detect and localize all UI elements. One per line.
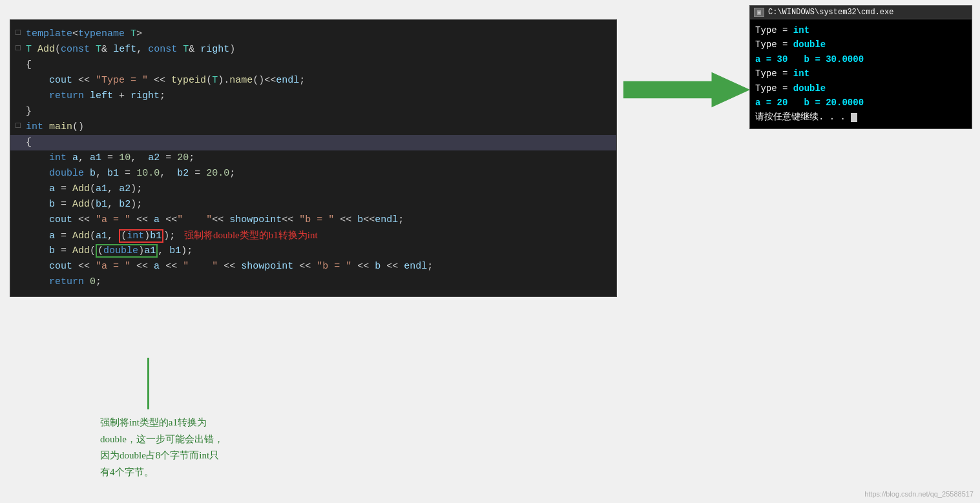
code-editor: □ template<typename T> □ T Add(const T& … bbox=[10, 19, 617, 297]
code-line-15: b = Add((double)a1, b1); bbox=[10, 243, 616, 259]
terminal-line-2: Type = double bbox=[755, 37, 966, 52]
double-cast-box: (double)a1 bbox=[96, 244, 158, 258]
code-line-1: □ template<typename T> bbox=[10, 26, 616, 42]
code-line-11: a = Add(a1, a2); bbox=[10, 181, 616, 197]
terminal-line-1: Type = int bbox=[755, 23, 966, 37]
terminal-line-4: Type = int bbox=[755, 67, 966, 81]
code-line-12: b = Add(b1, b2); bbox=[10, 197, 616, 212]
terminal-line-6: a = 20 b = 20.0000 bbox=[755, 96, 966, 110]
terminal-body: Type = int Type = double a = 30 b = 30.0… bbox=[750, 19, 972, 128]
terminal-line-5: Type = double bbox=[755, 81, 966, 96]
watermark: https://blog.csdn.net/qq_25588517 bbox=[864, 490, 974, 498]
code-line-9: int a, a1 = 10, a2 = 20; bbox=[10, 150, 616, 166]
int-cast-box: (int)b1 bbox=[119, 229, 163, 243]
annotation-red-text: 强制将double类型的b1转换为int bbox=[182, 230, 317, 240]
code-line-4: cout << "Type = " << typeid(T).name()<<e… bbox=[10, 73, 616, 88]
code-line-3: { bbox=[10, 57, 616, 73]
terminal-line-7: 请按任意键继续. . . bbox=[755, 110, 966, 124]
terminal-app-icon: ▣ bbox=[754, 8, 764, 17]
annotation-green-block: 强制将int类型的a1转换为 double，这一步可能会出错， 因为double… bbox=[100, 415, 224, 480]
code-line-2: □ T Add(const T& left, const T& right) bbox=[10, 42, 616, 57]
code-line-6: } bbox=[10, 104, 616, 119]
collapse-icon-2[interactable]: □ bbox=[16, 42, 25, 55]
terminal-title: C:\WINDOWS\system32\cmd.exe bbox=[768, 8, 893, 17]
code-line-7: □ int main() bbox=[10, 119, 616, 135]
terminal-window: ▣ C:\WINDOWS\system32\cmd.exe Type = int… bbox=[749, 5, 972, 129]
green-arrow bbox=[623, 67, 749, 112]
collapse-icon-1[interactable]: □ bbox=[16, 26, 25, 39]
code-line-17: return 0; bbox=[10, 274, 616, 290]
terminal-titlebar: ▣ C:\WINDOWS\system32\cmd.exe bbox=[750, 6, 972, 19]
code-line-8: { bbox=[10, 135, 616, 150]
code-line-10: double b, b1 = 10.0, b2 = 20.0; bbox=[10, 166, 616, 181]
terminal-line-3: a = 30 b = 30.0000 bbox=[755, 52, 966, 67]
collapse-icon-7[interactable]: □ bbox=[16, 119, 25, 132]
svg-marker-1 bbox=[623, 73, 749, 107]
code-line-13: cout << "a = " << a <<" "<< showpoint<< … bbox=[10, 212, 616, 228]
code-line-14: a = Add(a1, (int)b1); 强制将double类型的b1转换为i… bbox=[10, 228, 616, 243]
code-line-5: return left + right; bbox=[10, 88, 616, 104]
code-line-16: cout << "a = " << a << " " << showpoint … bbox=[10, 259, 616, 274]
green-vertical-line bbox=[147, 358, 149, 409]
